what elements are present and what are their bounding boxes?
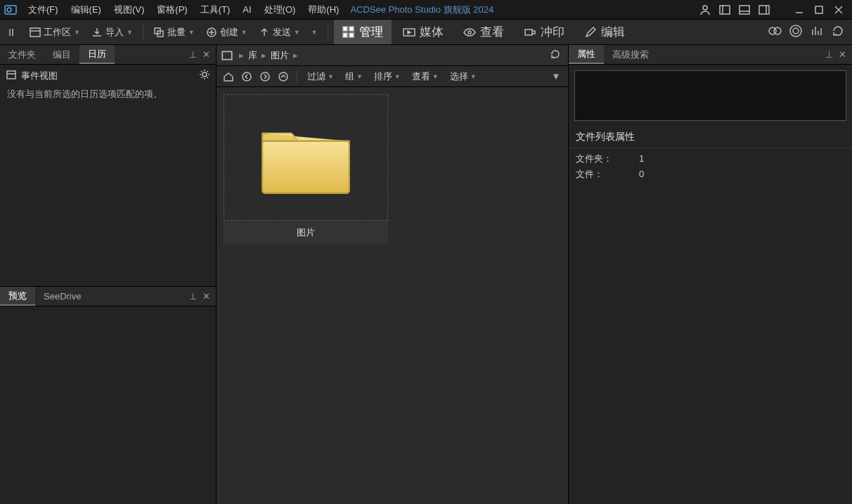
- menu-file[interactable]: 文件(F): [22, 2, 64, 18]
- layout1-icon[interactable]: [717, 2, 732, 18]
- menu-ai[interactable]: AI: [237, 3, 257, 16]
- nav-forward[interactable]: [257, 69, 273, 84]
- window-minimize[interactable]: [792, 2, 807, 18]
- folder-icon: [224, 94, 388, 221]
- svg-point-2: [703, 6, 707, 10]
- create-button[interactable]: 创建▼: [202, 23, 252, 41]
- layout2-icon[interactable]: [737, 2, 752, 18]
- svg-rect-10: [815, 6, 822, 13]
- menu-edit[interactable]: 编辑(E): [65, 2, 107, 18]
- prop-row-files: 文件： 0: [576, 167, 845, 182]
- select-dropdown[interactable]: 选择▼: [446, 69, 481, 84]
- home-button[interactable]: [221, 69, 236, 84]
- breadcrumb-sep: ▸: [260, 50, 268, 60]
- gear-icon[interactable]: [199, 69, 210, 82]
- batch-button[interactable]: 批量▼: [149, 23, 199, 41]
- left-upper-tabs: 文件夹 编目 日历 ⊥ ✕: [0, 45, 216, 65]
- mode-edit-label: 编辑: [601, 24, 625, 40]
- batch-label: 批量: [167, 26, 186, 39]
- menu-view[interactable]: 视图(V): [108, 2, 150, 18]
- mode-edit[interactable]: 编辑: [576, 20, 633, 44]
- main-toolbar: 工作区▼ 导入▼ 批量▼ 创建▼ 发送▼ ▼ 管理 媒体: [0, 20, 852, 45]
- tab-properties[interactable]: 属性: [569, 45, 604, 64]
- close-icon[interactable]: ✕: [202, 291, 210, 302]
- svg-rect-15: [30, 28, 40, 37]
- prop-row-folders: 文件夹： 1: [576, 151, 845, 167]
- svg-rect-23: [349, 27, 354, 31]
- pin-icon[interactable]: ⊥: [189, 49, 197, 60]
- properties-rows: 文件夹： 1 文件： 0: [569, 148, 852, 185]
- nav-back[interactable]: [239, 69, 254, 84]
- prop-val: 0: [639, 167, 644, 182]
- mode-develop[interactable]: 冲印: [515, 20, 573, 44]
- svg-point-32: [790, 25, 801, 37]
- calendar-icon: [6, 69, 17, 82]
- toolbar-overflow[interactable]: ▼: [307, 26, 322, 39]
- properties-preview-box: [574, 70, 846, 121]
- sort-dropdown[interactable]: 排序▼: [370, 69, 405, 84]
- people-icon[interactable]: [768, 24, 782, 40]
- view-dropdown[interactable]: 查看▼: [408, 69, 443, 84]
- workspace-label: 工作区: [44, 26, 71, 39]
- tab-folders[interactable]: 文件夹: [0, 45, 44, 64]
- svg-point-39: [202, 72, 207, 77]
- svg-rect-7: [759, 6, 769, 14]
- mode-manage[interactable]: 管理: [334, 20, 392, 44]
- window-maximize[interactable]: [811, 2, 827, 18]
- refresh-button[interactable]: [550, 49, 564, 62]
- tab-seedrive[interactable]: SeeDrive: [35, 287, 89, 306]
- import-button[interactable]: 导入▼: [87, 23, 137, 41]
- dashboard-icon[interactable]: [810, 24, 824, 40]
- workspace-button[interactable]: 工作区▼: [25, 23, 84, 41]
- filter-dropdown[interactable]: 过滤▼: [303, 69, 338, 84]
- tab-catalog[interactable]: 编目: [44, 45, 79, 64]
- svg-marker-27: [408, 31, 411, 34]
- send-button[interactable]: 发送▼: [254, 23, 304, 41]
- app-logo-icon: [4, 4, 17, 16]
- mode-manage-label: 管理: [359, 24, 383, 40]
- svg-point-28: [468, 31, 471, 34]
- left-lower-tabs: 预览 SeeDrive ⊥ ✕: [0, 287, 216, 306]
- svg-point-43: [279, 72, 288, 81]
- layout3-icon[interactable]: [756, 2, 772, 18]
- svg-rect-37: [7, 71, 15, 79]
- svg-point-41: [243, 72, 251, 81]
- breadcrumb-library[interactable]: 库: [245, 48, 260, 63]
- pin-icon[interactable]: ⊥: [825, 49, 833, 60]
- refresh-icon[interactable]: [831, 24, 845, 40]
- mode-view[interactable]: 查看: [455, 20, 512, 44]
- group-dropdown[interactable]: 组▼: [341, 69, 367, 84]
- window-close[interactable]: [831, 2, 846, 18]
- svg-rect-29: [525, 30, 532, 35]
- account-icon[interactable]: [697, 2, 713, 18]
- svg-rect-25: [349, 33, 354, 37]
- mode-media-label: 媒体: [420, 24, 444, 40]
- event-view-header: 事件视图: [0, 65, 216, 86]
- filter-overflow[interactable]: ▼: [548, 69, 564, 84]
- tab-advanced-search[interactable]: 高级搜索: [604, 45, 657, 64]
- location-icon[interactable]: [221, 49, 233, 62]
- menu-panes[interactable]: 窗格(P): [151, 2, 193, 18]
- menu-process[interactable]: 处理(O): [259, 2, 302, 18]
- close-icon[interactable]: ✕: [202, 49, 210, 60]
- thumbnail-grid: 图片: [217, 87, 568, 504]
- app-title: ACDSee Photo Studio 旗舰版 2024: [350, 4, 493, 16]
- tab-preview[interactable]: 预览: [0, 287, 35, 306]
- svg-rect-5: [740, 6, 749, 14]
- mode-view-label: 查看: [480, 24, 504, 40]
- toolbar-handle[interactable]: [3, 24, 22, 41]
- sync365-icon[interactable]: [789, 24, 803, 40]
- nav-up[interactable]: [276, 69, 291, 84]
- svg-point-31: [774, 27, 781, 34]
- create-label: 创建: [220, 26, 238, 39]
- pin-icon[interactable]: ⊥: [189, 291, 197, 302]
- close-icon[interactable]: ✕: [839, 49, 846, 60]
- breadcrumb-pictures[interactable]: 图片: [268, 48, 292, 63]
- toolbar-right-icons: [768, 24, 849, 40]
- folder-item[interactable]: 图片: [224, 94, 388, 245]
- mode-media[interactable]: 媒体: [394, 20, 452, 44]
- import-label: 导入: [105, 26, 124, 39]
- menu-tools[interactable]: 工具(T): [195, 2, 236, 18]
- menu-help[interactable]: 帮助(H): [302, 2, 344, 18]
- tab-calendar[interactable]: 日历: [79, 45, 115, 64]
